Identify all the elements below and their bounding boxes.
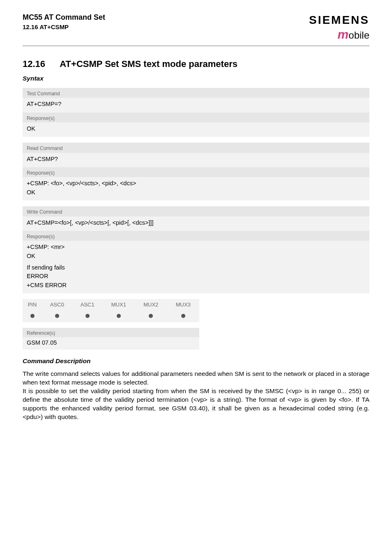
support-col-asc1: ASC1 xyxy=(72,299,103,311)
read-response-line1: +CSMP: <fo>, <vp>/<scts>, <pid>, <dcs> xyxy=(27,180,365,188)
test-response-header: Response(s) xyxy=(23,113,369,122)
test-command-body: AT+CSMP=? xyxy=(23,98,369,113)
dot-icon xyxy=(85,314,90,318)
support-col-pin: PIN xyxy=(23,299,42,311)
write-command-header: Write Command xyxy=(23,206,369,216)
write-response-line1: +CSMP: <mr> xyxy=(27,243,365,251)
write-command-line: AT+CSMP=<fo>[, <vp>/<scts>[, <pid>[, <dc… xyxy=(27,219,365,227)
write-fail-label: If sending fails xyxy=(27,264,365,272)
support-col-mux2: MUX2 xyxy=(135,299,167,311)
brand-m: m xyxy=(338,28,349,41)
reference-header: Reference(s) xyxy=(23,328,199,337)
read-response-header: Response(s) xyxy=(23,167,369,177)
header-left: MC55 AT Command Set 12.16 AT+CSMP xyxy=(23,12,105,32)
brand-sub: mobile xyxy=(309,26,369,43)
dot-icon xyxy=(149,314,153,318)
header-rule xyxy=(23,45,369,46)
section-number: 12.16 xyxy=(23,59,45,69)
read-response-line2: OK xyxy=(27,189,365,197)
write-fail-line2: +CMS ERROR xyxy=(27,281,365,290)
test-command-line: AT+CSMP=? xyxy=(27,100,365,108)
support-header-row: PIN ASC0 ASC1 MUX1 MUX2 MUX3 xyxy=(23,299,199,311)
write-response-line2: OK xyxy=(27,252,365,260)
reference-block: Reference(s) GSM 07.05 xyxy=(23,328,199,350)
write-response-header: Response(s) xyxy=(23,231,369,241)
section-title: 12.16 AT+CSMP Set SMS text mode paramete… xyxy=(23,58,369,70)
support-col-asc0: ASC0 xyxy=(42,299,72,311)
test-command-block: Test Command AT+CSMP=? Response(s) OK xyxy=(23,88,369,137)
page-header: MC55 AT Command Set 12.16 AT+CSMP SIEMEN… xyxy=(23,12,369,43)
read-command-line: AT+CSMP? xyxy=(27,155,365,164)
write-response-body: +CSMP: <mr> OK If sending fails ERROR +C… xyxy=(23,241,369,293)
description-p1: The write command selects values for add… xyxy=(23,370,369,387)
support-dot-pin xyxy=(23,311,42,322)
support-dot-mux3 xyxy=(167,311,200,322)
support-col-mux3: MUX3 xyxy=(167,299,200,311)
support-dot-asc1 xyxy=(72,311,103,322)
syntax-heading: Syntax xyxy=(23,74,369,83)
description-p2: It is possible to set the validity perio… xyxy=(23,387,369,421)
brand-main: SIEMENS xyxy=(309,12,369,28)
support-dot-asc0 xyxy=(42,311,72,322)
read-command-block: Read Command AT+CSMP? Response(s) +CSMP:… xyxy=(23,143,369,200)
test-response-line: OK xyxy=(27,125,365,133)
support-dots-row xyxy=(23,311,199,322)
write-command-body: AT+CSMP=<fo>[, <vp>/<scts>[, <pid>[, <dc… xyxy=(23,216,369,231)
write-command-block: Write Command AT+CSMP=<fo>[, <vp>/<scts>… xyxy=(23,206,369,293)
test-command-header: Test Command xyxy=(23,88,369,98)
brand-block: SIEMENS mobile xyxy=(309,12,369,43)
read-command-header: Read Command xyxy=(23,143,369,152)
doc-title: MC55 AT Command Set xyxy=(23,12,105,22)
read-command-body: AT+CSMP? xyxy=(23,153,369,168)
doc-subtitle: 12.16 AT+CSMP xyxy=(23,23,105,31)
test-response-body: OK xyxy=(23,122,369,137)
description-heading: Command Description xyxy=(23,357,369,366)
dot-icon xyxy=(55,314,59,318)
read-response-body: +CSMP: <fo>, <vp>/<scts>, <pid>, <dcs> O… xyxy=(23,177,369,200)
brand-rest: obile xyxy=(348,30,369,41)
reference-body: GSM 07.05 xyxy=(23,337,199,350)
dot-icon xyxy=(117,314,121,318)
dot-icon xyxy=(181,314,185,318)
support-dot-mux1 xyxy=(103,311,135,322)
support-table: PIN ASC0 ASC1 MUX1 MUX2 MUX3 xyxy=(23,299,199,322)
section-name: AT+CSMP Set SMS text mode parameters xyxy=(60,59,238,69)
dot-icon xyxy=(30,314,35,318)
support-col-mux1: MUX1 xyxy=(103,299,135,311)
support-dot-mux2 xyxy=(135,311,167,322)
write-fail-line1: ERROR xyxy=(27,272,365,281)
